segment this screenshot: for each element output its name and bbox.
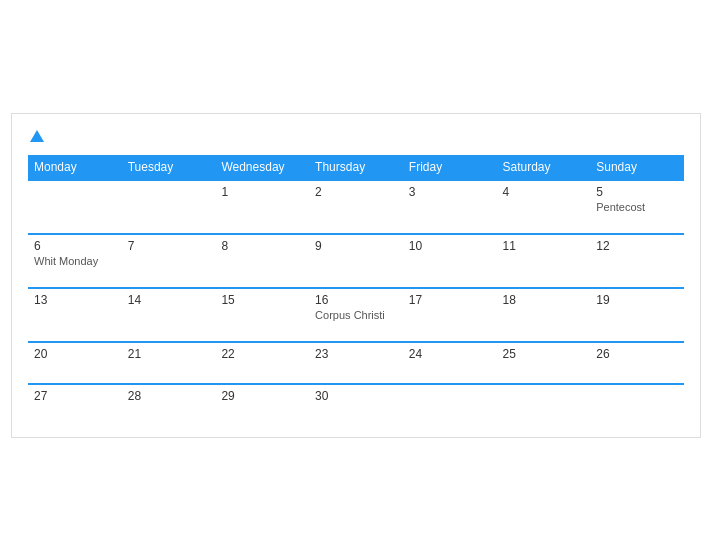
holiday-label: Corpus Christi <box>315 309 397 321</box>
day-cell: 4 <box>497 180 591 234</box>
day-cell: 2 <box>309 180 403 234</box>
day-cell: 21 <box>122 342 216 384</box>
day-cell: 18 <box>497 288 591 342</box>
calendar-table: MondayTuesdayWednesdayThursdayFridaySatu… <box>28 155 684 425</box>
day-number: 20 <box>34 347 116 361</box>
day-cell: 28 <box>122 384 216 425</box>
day-number: 14 <box>128 293 210 307</box>
day-cell: 6Whit Monday <box>28 234 122 288</box>
day-number: 15 <box>221 293 303 307</box>
day-cell: 27 <box>28 384 122 425</box>
day-cell <box>403 384 497 425</box>
day-cell <box>590 384 684 425</box>
day-number: 9 <box>315 239 397 253</box>
logo-triangle-icon <box>30 130 44 142</box>
weekday-header-friday: Friday <box>403 155 497 180</box>
day-cell: 5Pentecost <box>590 180 684 234</box>
calendar-header <box>28 130 684 143</box>
day-cell: 15 <box>215 288 309 342</box>
day-number: 17 <box>409 293 491 307</box>
day-cell: 24 <box>403 342 497 384</box>
logo <box>28 130 46 143</box>
day-number: 11 <box>503 239 585 253</box>
day-cell: 10 <box>403 234 497 288</box>
calendar-container: MondayTuesdayWednesdayThursdayFridaySatu… <box>11 113 701 438</box>
day-number: 18 <box>503 293 585 307</box>
weekday-header-sunday: Sunday <box>590 155 684 180</box>
day-cell: 22 <box>215 342 309 384</box>
day-number: 12 <box>596 239 678 253</box>
day-number: 3 <box>409 185 491 199</box>
day-cell: 3 <box>403 180 497 234</box>
day-number: 21 <box>128 347 210 361</box>
weekday-header-thursday: Thursday <box>309 155 403 180</box>
holiday-label: Whit Monday <box>34 255 116 267</box>
day-number: 10 <box>409 239 491 253</box>
day-cell: 9 <box>309 234 403 288</box>
weekday-header-monday: Monday <box>28 155 122 180</box>
day-number: 26 <box>596 347 678 361</box>
day-number: 22 <box>221 347 303 361</box>
day-number: 5 <box>596 185 678 199</box>
day-cell: 19 <box>590 288 684 342</box>
day-number: 27 <box>34 389 116 403</box>
week-row-4: 20212223242526 <box>28 342 684 384</box>
day-cell: 20 <box>28 342 122 384</box>
day-number: 13 <box>34 293 116 307</box>
week-row-2: 6Whit Monday789101112 <box>28 234 684 288</box>
day-number: 24 <box>409 347 491 361</box>
day-cell: 12 <box>590 234 684 288</box>
day-number: 8 <box>221 239 303 253</box>
day-cell: 1 <box>215 180 309 234</box>
weekday-header-tuesday: Tuesday <box>122 155 216 180</box>
day-cell: 25 <box>497 342 591 384</box>
week-row-5: 27282930 <box>28 384 684 425</box>
day-number: 6 <box>34 239 116 253</box>
day-cell <box>497 384 591 425</box>
day-number: 16 <box>315 293 397 307</box>
weekday-header-row: MondayTuesdayWednesdayThursdayFridaySatu… <box>28 155 684 180</box>
day-cell: 30 <box>309 384 403 425</box>
weekday-header-saturday: Saturday <box>497 155 591 180</box>
holiday-label: Pentecost <box>596 201 678 213</box>
day-cell: 29 <box>215 384 309 425</box>
day-number: 7 <box>128 239 210 253</box>
day-cell: 8 <box>215 234 309 288</box>
day-number: 30 <box>315 389 397 403</box>
weekday-header-wednesday: Wednesday <box>215 155 309 180</box>
day-number: 19 <box>596 293 678 307</box>
day-number: 28 <box>128 389 210 403</box>
day-number: 29 <box>221 389 303 403</box>
day-number: 25 <box>503 347 585 361</box>
day-cell: 23 <box>309 342 403 384</box>
day-cell: 13 <box>28 288 122 342</box>
day-number: 1 <box>221 185 303 199</box>
day-number: 4 <box>503 185 585 199</box>
week-row-1: 12345Pentecost <box>28 180 684 234</box>
day-number: 23 <box>315 347 397 361</box>
day-cell: 11 <box>497 234 591 288</box>
day-cell: 16Corpus Christi <box>309 288 403 342</box>
day-cell: 7 <box>122 234 216 288</box>
day-cell <box>122 180 216 234</box>
day-number: 2 <box>315 185 397 199</box>
week-row-3: 13141516Corpus Christi171819 <box>28 288 684 342</box>
day-cell: 17 <box>403 288 497 342</box>
day-cell <box>28 180 122 234</box>
logo-blue-area <box>28 130 46 143</box>
day-cell: 14 <box>122 288 216 342</box>
day-cell: 26 <box>590 342 684 384</box>
